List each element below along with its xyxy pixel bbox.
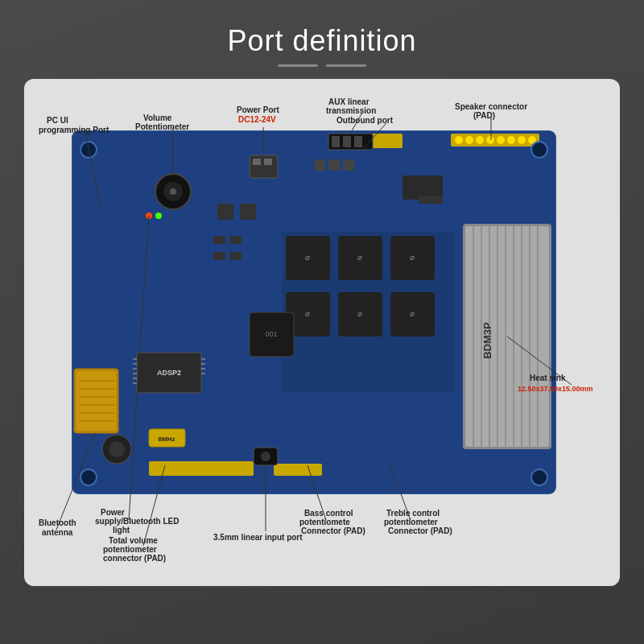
svg-text:light: light <box>113 526 130 535</box>
svg-text:8MHz: 8MHz <box>159 436 175 443</box>
svg-text:3.5mm linear input port: 3.5mm linear input port <box>213 533 303 542</box>
svg-text:programming Port: programming Port <box>39 126 109 134</box>
svg-point-16 <box>80 469 97 485</box>
svg-text:⌀: ⌀ <box>357 253 362 262</box>
svg-point-17 <box>531 469 547 485</box>
svg-rect-87 <box>229 236 242 244</box>
svg-rect-64 <box>264 159 272 165</box>
svg-text:Outbound port: Outbound port <box>336 116 394 125</box>
svg-text:potentiomete: potentiomete <box>299 518 350 526</box>
svg-rect-13 <box>274 464 322 476</box>
svg-rect-3 <box>451 134 539 147</box>
svg-rect-79 <box>343 159 354 171</box>
svg-text:BDM3P: BDM3P <box>481 322 493 359</box>
svg-rect-81 <box>419 196 443 204</box>
svg-text:Connector (PAD): Connector (PAD) <box>388 526 452 535</box>
svg-rect-86 <box>213 236 225 244</box>
diagram-wrapper: BDM3P ⌀ ⌀ ⌀ ⌀ ⌀ ⌀ 001 ADSP2 <box>24 79 620 586</box>
underline-bar-left <box>278 64 318 67</box>
svg-text:Power Port: Power Port <box>237 105 279 114</box>
svg-point-8 <box>497 136 505 144</box>
underline-bar-right <box>326 64 366 67</box>
svg-rect-89 <box>229 252 242 260</box>
svg-point-93 <box>155 213 162 219</box>
svg-rect-82 <box>217 204 233 220</box>
svg-text:connector (PAD): connector (PAD) <box>103 554 166 563</box>
svg-text:⌀: ⌀ <box>410 309 415 318</box>
svg-point-6 <box>476 136 484 144</box>
svg-point-5 <box>465 136 473 144</box>
svg-text:potentiometer: potentiometer <box>103 545 157 554</box>
svg-text:Connector (PAD): Connector (PAD) <box>301 526 365 535</box>
svg-point-85 <box>109 441 125 457</box>
svg-rect-67 <box>343 136 351 147</box>
svg-rect-88 <box>213 252 225 260</box>
svg-text:Potentiometer: Potentiometer <box>135 122 189 131</box>
svg-text:Speaker connector: Speaker connector <box>455 102 527 111</box>
page-title: Port definition <box>227 24 416 58</box>
svg-text:⌀: ⌀ <box>305 309 310 318</box>
svg-rect-12 <box>149 461 254 476</box>
svg-text:Bluetooth: Bluetooth <box>39 518 76 527</box>
svg-rect-66 <box>332 136 340 147</box>
svg-point-7 <box>486 136 494 144</box>
svg-text:Bass control: Bass control <box>304 509 353 518</box>
svg-text:PC UI: PC UI <box>47 116 68 125</box>
svg-text:12.50x37.50x15.00mm: 12.50x37.50x15.00mm <box>518 385 593 393</box>
svg-rect-70 <box>76 371 116 431</box>
svg-text:Volume: Volume <box>143 114 172 122</box>
svg-text:antenna: antenna <box>42 528 73 537</box>
title-area: Port definition <box>227 0 416 67</box>
svg-text:Total volume: Total volume <box>109 536 158 545</box>
diagram-svg: BDM3P ⌀ ⌀ ⌀ ⌀ ⌀ ⌀ 001 ADSP2 <box>24 79 620 586</box>
title-underline <box>227 64 416 67</box>
svg-point-61 <box>170 188 176 195</box>
svg-text:ADSP2: ADSP2 <box>157 369 181 377</box>
svg-text:(PAD): (PAD) <box>473 111 495 120</box>
svg-text:001: 001 <box>265 330 277 338</box>
svg-point-9 <box>507 136 515 144</box>
svg-text:supply/Bluetooth LED: supply/Bluetooth LED <box>95 517 179 526</box>
svg-text:⌀: ⌀ <box>410 253 415 262</box>
svg-text:⌀: ⌀ <box>357 309 362 318</box>
svg-text:⌀: ⌀ <box>305 253 310 262</box>
svg-text:AUX linear: AUX linear <box>328 97 369 106</box>
svg-text:Treble control: Treble control <box>386 509 440 518</box>
svg-text:transmission: transmission <box>326 106 376 115</box>
svg-text:potentiometer: potentiometer <box>384 518 438 526</box>
svg-text:Power: Power <box>101 508 125 517</box>
svg-rect-63 <box>253 159 261 165</box>
svg-point-91 <box>261 452 270 461</box>
svg-rect-77 <box>314 159 325 171</box>
svg-rect-78 <box>328 159 340 171</box>
svg-text:Heat sink: Heat sink <box>530 374 566 382</box>
svg-rect-68 <box>354 136 362 147</box>
svg-point-15 <box>531 142 547 158</box>
svg-rect-83 <box>240 204 256 220</box>
svg-point-4 <box>455 136 463 144</box>
page-container: Port definition <box>0 0 644 644</box>
svg-text:DC12-24V: DC12-24V <box>238 115 276 124</box>
svg-point-10 <box>518 136 526 144</box>
